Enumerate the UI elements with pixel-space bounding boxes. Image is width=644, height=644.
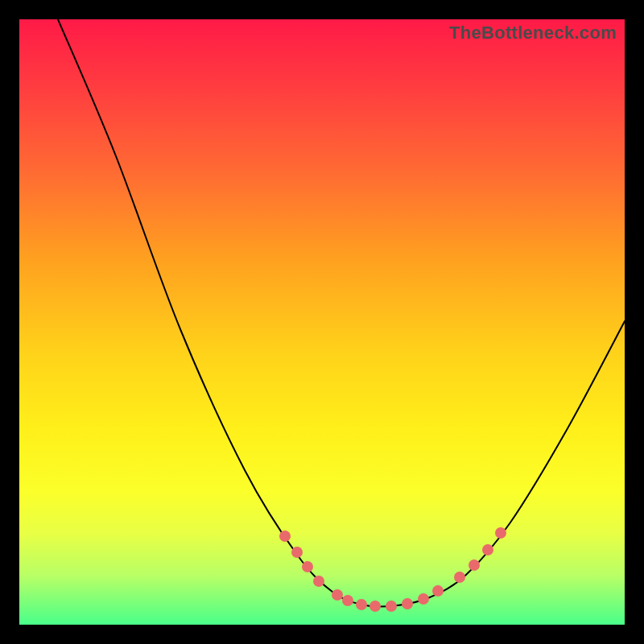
curve-dot [356, 599, 367, 610]
curve-line [58, 19, 625, 607]
curve-dot [369, 601, 381, 612]
curve-dot [432, 585, 444, 597]
curve-dot [302, 561, 313, 572]
curve-dot [342, 595, 353, 606]
curve-dot [279, 530, 291, 542]
chart-plot-area: TheBottleneck.com [19, 19, 625, 625]
curve-dot [454, 572, 465, 583]
curve-dot [332, 589, 343, 601]
curve-dot [418, 593, 429, 605]
curve-dot [291, 547, 303, 558]
curve-dot [386, 601, 397, 612]
curve-dot [313, 576, 324, 587]
curve-dot [402, 598, 413, 609]
curve-dot [482, 544, 493, 555]
bottleneck-curve-chart [19, 19, 625, 625]
curve-dots-group [279, 527, 506, 612]
curve-dot [495, 527, 506, 539]
curve-dot [469, 559, 480, 571]
